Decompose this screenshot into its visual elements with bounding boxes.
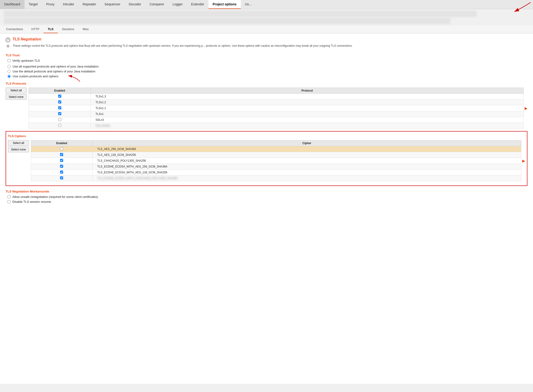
menu-bar: Dashboard Target Proxy Intruder Repeater… bbox=[0, 0, 533, 9]
cipher-chacha20-label: TLS_CHACHA20_POLY1305_SHA256 bbox=[92, 158, 521, 164]
protocols-table-wrapper: Enabled Protocol TLSv1.3 TLSv1.2 bbox=[28, 88, 527, 129]
tls-workarounds-title: TLS Negotiation Workarounds bbox=[6, 190, 527, 193]
ciphers-select-none-button[interactable]: Select none bbox=[8, 147, 29, 152]
table-row: TLSv1.3 bbox=[29, 94, 524, 99]
ciphers-table: Enabled Cipher TLS_AES_256_GCM_SHA384 TL… bbox=[31, 140, 521, 181]
protocols-col-protocol: Protocol bbox=[91, 88, 524, 94]
tab-misc[interactable]: Misc bbox=[79, 25, 93, 33]
cipher-aes128gcm-label: TLS_AES_128_GCM_SHA256 bbox=[92, 152, 521, 158]
menu-logger[interactable]: Logger bbox=[168, 0, 187, 9]
cipher-aes256gcm-checkbox[interactable] bbox=[60, 147, 63, 150]
verify-upstream-tls-checkbox[interactable] bbox=[8, 59, 10, 62]
radio-custom-protocols-label: Use custom protocols and ciphers bbox=[13, 75, 58, 78]
tab-sessions[interactable]: Sessions bbox=[58, 25, 79, 33]
ciphers-scroll-arrow[interactable]: ▶ bbox=[522, 159, 525, 163]
disable-tls-session-resume-label: Disable TLS session resume bbox=[12, 200, 51, 204]
cipher-ecdhe-ecdsa-chacha-checkbox[interactable] bbox=[60, 176, 63, 179]
protocols-col-enabled: Enabled bbox=[29, 88, 91, 94]
cipher-aes128gcm-checkbox[interactable] bbox=[60, 153, 63, 156]
menu-decoder[interactable]: Decoder bbox=[125, 0, 145, 9]
cipher-ecdhe-ecdsa-aes256-checkbox[interactable] bbox=[60, 165, 63, 168]
protocols-scroll-arrow[interactable]: ▶ bbox=[525, 106, 527, 111]
protocol-tlsv1-checkbox[interactable] bbox=[58, 112, 61, 115]
tls-trust-title: TLS Trust bbox=[6, 53, 527, 57]
cipher-ecdhe-ecdsa-aes128-checkbox[interactable] bbox=[60, 171, 63, 173]
table-row: TLS_CHACHA20_POLY1305_SHA256 bbox=[31, 158, 521, 164]
radio-all-protocols[interactable] bbox=[8, 65, 11, 68]
table-row: TLSv1.2 bbox=[29, 99, 524, 105]
protocol-tlsv11-checkbox[interactable] bbox=[58, 106, 61, 109]
table-row: TLSv1 bbox=[29, 111, 524, 117]
menu-extender[interactable]: Extender bbox=[187, 0, 208, 9]
menu-user[interactable]: Us... bbox=[241, 0, 256, 9]
protocol-sslv2hello-checkbox[interactable] bbox=[58, 124, 61, 127]
ciphers-col-enabled: Enabled bbox=[31, 140, 93, 146]
menu-sequencer[interactable]: Sequencer bbox=[100, 0, 125, 9]
allow-unsafe-renegotiation-label: Allow unsafe renegotiation (required for… bbox=[12, 195, 98, 199]
cipher-chacha20-checkbox[interactable] bbox=[60, 159, 63, 162]
table-row: TLSv1.1 bbox=[29, 105, 524, 111]
protocols-select-all-button[interactable]: Select all bbox=[6, 88, 27, 93]
menu-comparer[interactable]: Comparer bbox=[145, 0, 168, 9]
menu-proxy[interactable]: Proxy bbox=[42, 0, 59, 9]
arrow-annotation bbox=[66, 72, 85, 84]
table-row: SSLv3 bbox=[29, 117, 524, 123]
protocols-table: Enabled Protocol TLSv1.3 TLSv1.2 bbox=[28, 88, 524, 129]
menu-dashboard[interactable]: Dashboard bbox=[0, 0, 24, 9]
table-row: TLS_ECDHE_ECDSA_WITH_AES_256_GCM_SHA384 bbox=[31, 164, 521, 170]
tab-tls[interactable]: TLS bbox=[43, 25, 58, 33]
cipher-ecdhe-ecdsa-aes256-label: TLS_ECDHE_ECDSA_WITH_AES_256_GCM_SHA384 bbox=[92, 164, 521, 170]
table-row: TLS_AES_128_GCM_SHA256 bbox=[31, 152, 521, 158]
menu-project-options[interactable]: Project options bbox=[208, 0, 241, 9]
radio-default-protocols[interactable] bbox=[8, 70, 11, 73]
tls-negotiation-description: These settings control the TLS protocols… bbox=[13, 44, 353, 48]
table-row: TLS_AES_256_GCM_SHA384 bbox=[31, 146, 521, 152]
radio-custom-protocols[interactable] bbox=[8, 75, 11, 78]
verify-upstream-tls-label: Verify upstream TLS bbox=[12, 59, 40, 62]
tab-bar: Connections HTTP TLS Sessions Misc bbox=[0, 25, 533, 33]
help-icon[interactable]: ? bbox=[6, 38, 10, 42]
ciphers-select-all-button[interactable]: Select all bbox=[8, 140, 29, 146]
table-row: SSLv2Hello bbox=[29, 123, 524, 129]
tab-connections[interactable]: Connections bbox=[2, 25, 27, 33]
ciphers-table-wrapper: Enabled Cipher TLS_AES_256_GCM_SHA384 TL… bbox=[31, 140, 525, 181]
cipher-ecdhe-ecdsa-chacha-label: TLS_ECDHE_ECDSA_WITH_CHACHA20_POLY1305_S… bbox=[92, 175, 521, 181]
disable-tls-session-resume-checkbox[interactable] bbox=[8, 200, 10, 203]
table-row: TLS_ECDHE_ECDSA_WITH_CHACHA20_POLY1305_S… bbox=[31, 175, 521, 181]
protocol-tlsv13-label: TLSv1.3 bbox=[91, 94, 524, 99]
tls-negotiation-title: TLS Negotiation bbox=[13, 37, 41, 41]
tls-ciphers-section: Select all Select none Enabled Cipher TL bbox=[8, 140, 525, 181]
tls-protocols-section: Select all Select none Enabled Protocol bbox=[6, 88, 527, 129]
protocol-tlsv1-label: TLSv1 bbox=[91, 111, 524, 117]
cipher-buttons: Select all Select none bbox=[8, 140, 29, 152]
main-content: ? TLS Negotiation ⚙ These settings contr… bbox=[0, 33, 533, 384]
protocol-tlsv11-label: TLSv1.1 bbox=[91, 105, 524, 111]
protocol-sslv2hello-label: SSLv2Hello bbox=[91, 123, 524, 129]
menu-target[interactable]: Target bbox=[24, 0, 42, 9]
protocol-tlsv13-checkbox[interactable] bbox=[58, 95, 61, 98]
protocol-sslv3-label: SSLv3 bbox=[91, 117, 524, 123]
ciphers-col-cipher: Cipher bbox=[92, 140, 521, 146]
protocol-tlsv12-checkbox[interactable] bbox=[58, 100, 61, 103]
radio-all-protocols-label: Use all supported protocols and ciphers … bbox=[13, 65, 99, 68]
menu-intruder[interactable]: Intruder bbox=[59, 0, 78, 9]
cipher-aes256gcm-label: TLS_AES_256_GCM_SHA384 bbox=[92, 146, 521, 152]
menu-repeater[interactable]: Repeater bbox=[78, 0, 100, 9]
cipher-ecdhe-ecdsa-aes128-label: TLS_ECDHE_ECDSA_WITH_AES_128_GCM_SHA256 bbox=[92, 170, 521, 175]
protocol-sslv3-checkbox[interactable] bbox=[58, 118, 61, 121]
tls-ciphers-box: TLS Ciphers Select all Select none Enabl… bbox=[6, 131, 527, 186]
protocol-buttons: Select all Select none bbox=[6, 88, 27, 100]
allow-unsafe-renegotiation-checkbox[interactable] bbox=[8, 195, 10, 198]
tls-ciphers-title: TLS Ciphers bbox=[8, 134, 525, 138]
protocol-tlsv12-label: TLSv1.2 bbox=[91, 99, 524, 105]
tab-http[interactable]: HTTP bbox=[27, 25, 43, 33]
table-row: TLS_ECDHE_ECDSA_WITH_AES_128_GCM_SHA256 bbox=[31, 170, 521, 175]
protocols-select-none-button[interactable]: Select none bbox=[6, 94, 27, 100]
gear-icon: ⚙ bbox=[6, 44, 10, 48]
